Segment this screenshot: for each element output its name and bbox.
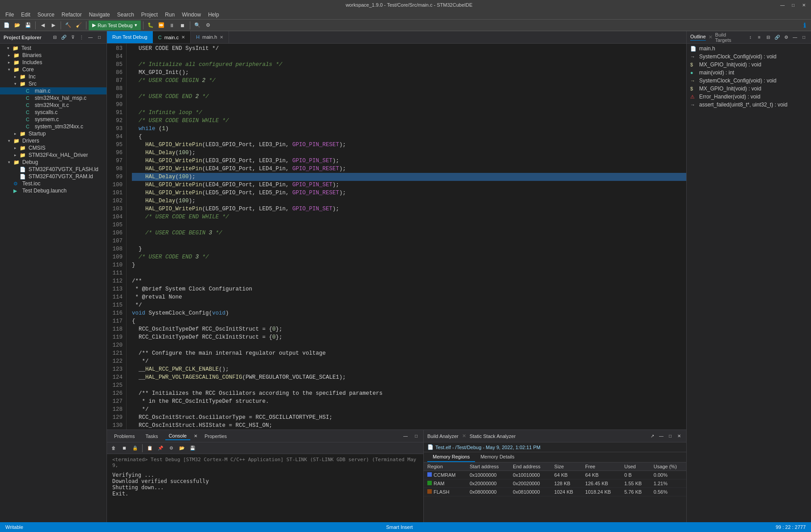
tree-item-system-stm32f4xx-c[interactable]: C system_stm32f4xx.c (0, 123, 106, 130)
toolbar-new[interactable]: 📄 (2, 20, 12, 30)
rp-sort[interactable]: ↕ (747, 34, 754, 41)
tree-item-test[interactable]: ▾ 📁 Test (0, 45, 106, 52)
menu-navigate[interactable]: Navigate (85, 11, 113, 19)
pe-link-editor[interactable]: 🔗 (60, 34, 67, 41)
tree-item-stm32f4xx-it-c[interactable]: C stm32f4xx_it.c (0, 102, 106, 109)
menu-search[interactable]: Search (114, 11, 138, 19)
menu-source[interactable]: Source (34, 11, 58, 19)
console-maximize[interactable]: □ (413, 433, 420, 440)
tree-item-includes[interactable]: ▸ 📁 Includes (0, 59, 106, 66)
console-open-file[interactable]: 📂 (177, 443, 187, 453)
rp-group[interactable]: ≡ (756, 34, 763, 41)
tree-item-binaries[interactable]: ▸ 📁 Binaries (0, 52, 106, 59)
menu-file[interactable]: File (2, 11, 17, 19)
console-settings[interactable]: ⚙ (166, 443, 176, 453)
pe-menu[interactable]: ⋮ (78, 34, 85, 41)
tree-item-src[interactable]: ▾ 📁 Src (0, 80, 106, 87)
outline-item[interactable]: $ MX_GPIO_Init(void) : void (687, 85, 811, 93)
tab-main-c[interactable]: C main.c ✕ (153, 31, 191, 43)
menu-help[interactable]: Help (205, 11, 223, 19)
tree-item-startup[interactable]: ▸ 📁 Startup (0, 130, 106, 137)
toolbar-back[interactable]: ◀ (38, 20, 48, 30)
tree-item-stm32f4xx-hal-msp-c[interactable]: C stm32f4xx_hal_msp.c (0, 94, 106, 102)
rp-settings[interactable]: ⚙ (782, 34, 790, 41)
console-close-icon[interactable]: ✕ (194, 434, 197, 438)
toolbar-info[interactable]: ℹ (799, 20, 809, 30)
minimize-button[interactable]: — (779, 1, 786, 8)
tree-item-cmsis[interactable]: ▸ 📁 CMSIS (0, 144, 106, 151)
tree-item-syscalls-c[interactable]: C syscalls.c (0, 109, 106, 116)
console-clear[interactable]: 🗑 (109, 443, 119, 453)
toolbar-clean[interactable]: 🧹 (74, 20, 84, 30)
outline-item[interactable]: ● main(void) : int (687, 69, 811, 77)
toolbar-open[interactable]: 📂 (12, 20, 22, 30)
pe-maximize[interactable]: □ (96, 34, 103, 41)
tab-console[interactable]: Console (165, 432, 190, 440)
outline-item[interactable]: 📄 main.h (687, 45, 811, 53)
close-button[interactable]: ✕ (800, 1, 807, 8)
menu-edit[interactable]: Edit (17, 11, 34, 19)
toolbar-build[interactable]: 🔨 (63, 20, 73, 30)
build-targets-tab-label[interactable]: Build Targets (715, 32, 743, 43)
menu-refactor[interactable]: Refactor (58, 11, 85, 19)
tree-item-main-c[interactable]: C main.c (0, 87, 106, 94)
toolbar-debug[interactable]: 🐛 (146, 20, 156, 30)
tab-main-h[interactable]: H main.h ✕ (191, 31, 229, 43)
rp-minimize[interactable]: — (791, 34, 799, 41)
toolbar-search[interactable]: 🔍 (193, 20, 202, 30)
ba-tab-memory-details[interactable]: Memory Details (475, 452, 520, 462)
tab-properties[interactable]: Properties (201, 433, 230, 440)
ba-minimize[interactable]: — (658, 433, 665, 440)
console-select-display[interactable]: 📋 (145, 443, 155, 453)
ba-open-external[interactable]: ↗ (649, 433, 656, 440)
ba-maximize[interactable]: □ (667, 433, 674, 440)
console-pin[interactable]: 📌 (156, 443, 165, 453)
outline-item[interactable]: → assert_failed(uint8_t*, uint32_t) : vo… (687, 101, 811, 109)
console-save[interactable]: 💾 (188, 443, 197, 453)
tab-problems[interactable]: Problems (111, 433, 138, 440)
tree-item-stm32f4xx-hal-driver[interactable]: ▸ 📁 STM32F4xx_HAL_Driver (0, 151, 106, 159)
pe-filter[interactable]: ⊽ (69, 34, 76, 41)
toolbar-forward[interactable]: ▶ (49, 20, 58, 30)
tree-item-core[interactable]: ▾ 📁 Core (0, 66, 106, 73)
window-controls[interactable]: — □ ✕ (779, 1, 807, 8)
tab-tasks[interactable]: Tasks (142, 433, 161, 440)
console-scroll-lock[interactable]: 🔒 (130, 443, 140, 453)
menu-project[interactable]: Project (138, 11, 161, 19)
run-debug-button[interactable]: ▶ Run Test Debug ▾ (89, 20, 141, 30)
toolbar-stop[interactable]: ⏹ (178, 20, 188, 30)
menu-window[interactable]: Window (178, 11, 205, 19)
outline-item[interactable]: → SystemClock_Config(void) : void (687, 53, 811, 61)
outline-item[interactable]: $ MX_GPIO_Init(void) : void (687, 61, 811, 69)
tree-item-stm32f407vgtx-flash-ld[interactable]: 📄 STM32F407VGTX_FLASH.ld (0, 166, 106, 173)
toolbar-suspend[interactable]: ⏸ (167, 20, 177, 30)
console-minimize[interactable]: — (402, 433, 409, 440)
outline-item[interactable]: ⚠ Error_Handler(void) : void (687, 93, 811, 101)
ba-close[interactable]: ✕ (676, 433, 683, 440)
tree-item-inc[interactable]: ▸ 📁 Inc (0, 73, 106, 80)
outline-tab-label[interactable]: Outline (690, 34, 706, 41)
code-content[interactable]: USER CODE END SysInit */ /* Initialize a… (127, 44, 686, 430)
tree-item-sysmem-c[interactable]: C sysmem.c (0, 116, 106, 123)
pe-minimize[interactable]: — (87, 34, 94, 41)
rp-collapse[interactable]: ⊟ (765, 34, 772, 41)
pe-collapse-all[interactable]: ⊟ (51, 34, 58, 41)
ba-tab-memory-regions[interactable]: Memory Regions (427, 452, 475, 462)
toolbar-save[interactable]: 💾 (23, 20, 33, 30)
outline-item[interactable]: → SystemClock_Config(void) : void (687, 77, 811, 85)
rp-link[interactable]: 🔗 (774, 34, 781, 41)
tree-item-drivers[interactable]: ▾ 📁 Drivers (0, 137, 106, 144)
tree-item-test-ioc[interactable]: ⚙ Test.ioc (0, 180, 106, 187)
code-editor[interactable]: 8384858687888990919293949596979899100101… (107, 44, 686, 430)
rp-maximize[interactable]: □ (800, 34, 807, 41)
tab-main-h-close[interactable]: ✕ (220, 35, 223, 40)
tree-item-test-debug-launch[interactable]: ▶ Test Debug.launch (0, 187, 106, 194)
toolbar-settings[interactable]: ⚙ (203, 20, 213, 30)
tree-item-debug[interactable]: ▾ 📁 Debug (0, 159, 106, 166)
maximize-button[interactable]: □ (790, 1, 797, 8)
toolbar-resume[interactable]: ⏩ (156, 20, 166, 30)
run-test-debug-tab[interactable]: Run Test Debug (107, 31, 153, 43)
menu-run[interactable]: Run (161, 11, 178, 19)
tab-main-c-close[interactable]: ✕ (181, 35, 185, 40)
console-stop[interactable]: ⏹ (119, 443, 129, 453)
